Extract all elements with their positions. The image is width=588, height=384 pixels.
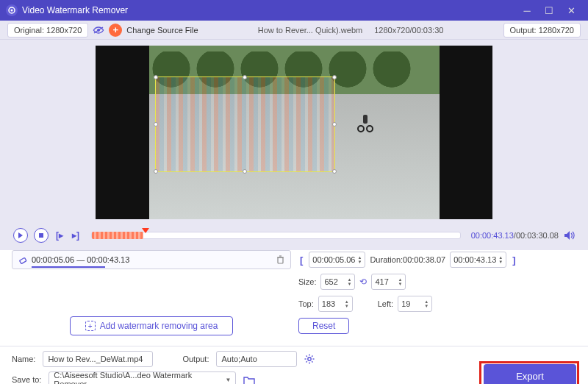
- resize-handle-nw[interactable]: [154, 75, 158, 79]
- save-path-dropdown[interactable]: C:\Aiseesoft Studio\A...deo Watermark Re…: [49, 371, 236, 384]
- width-input[interactable]: 652▲▼: [320, 274, 355, 290]
- svg-marker-4: [18, 232, 23, 238]
- app-logo-icon: [6, 4, 18, 16]
- segments-pane: 00:00:05.06 — 00:00:43.13 + Add watermar…: [12, 250, 291, 340]
- duration-label: Duration:00:00:38.07: [370, 255, 445, 264]
- volume-icon[interactable]: [564, 231, 575, 240]
- timeline-selected-range[interactable]: [92, 232, 143, 239]
- resize-handle-se[interactable]: [332, 169, 337, 174]
- source-meta: 1280x720/00:03:30: [374, 26, 443, 35]
- resize-handle-s[interactable]: [243, 169, 247, 174]
- original-size-badge: Original: 1280x720: [7, 23, 88, 38]
- export-bar: Name: How to Rev..._DeWat.mp4 Output: Au…: [0, 346, 588, 384]
- resize-handle-n[interactable]: [243, 75, 247, 79]
- top-label: Top:: [298, 299, 314, 308]
- video-subject: [357, 112, 373, 132]
- delete-segment-button[interactable]: [276, 255, 284, 264]
- svg-line-16: [306, 356, 307, 357]
- output-name-input[interactable]: How to Rev..._DeWat.mp4: [43, 351, 153, 367]
- resize-handle-w[interactable]: [154, 122, 158, 127]
- stepper-icon[interactable]: ▲▼: [498, 255, 503, 264]
- stepper-icon[interactable]: ▲▼: [345, 299, 349, 308]
- segment-range: 00:00:05.06 — 00:00:43.13: [32, 255, 129, 264]
- svg-point-1: [11, 10, 13, 12]
- source-filename: How to Rever... Quick).webm: [258, 26, 362, 35]
- range-end-bracket-button[interactable]: ]: [511, 255, 517, 266]
- left-input[interactable]: 19▲▼: [398, 296, 432, 312]
- maximize-button[interactable]: ☐: [538, 5, 560, 16]
- top-input[interactable]: 183▲▼: [318, 296, 353, 312]
- size-label: Size:: [298, 277, 316, 286]
- title-bar: Video Watermark Remover ─ ☐ ✕: [0, 0, 588, 21]
- minimize-button[interactable]: ─: [516, 5, 538, 16]
- stepper-icon[interactable]: ▲▼: [398, 277, 402, 286]
- range-start-bracket-button[interactable]: [: [298, 255, 304, 266]
- stop-button[interactable]: [34, 228, 49, 243]
- svg-line-18: [306, 361, 307, 362]
- timeline-slider[interactable]: [91, 232, 461, 239]
- svg-rect-5: [39, 233, 43, 238]
- end-time-input[interactable]: 00:00:43.13▲▼: [450, 252, 506, 268]
- app-title: Video Watermark Remover: [22, 5, 128, 15]
- add-watermark-area-button[interactable]: + Add watermark removing area: [70, 316, 234, 335]
- video-frame[interactable]: [149, 46, 440, 219]
- reset-button[interactable]: Reset: [298, 318, 349, 334]
- start-time-input[interactable]: 00:00:05.06▲▼: [309, 252, 365, 268]
- chevron-down-icon: ▼: [225, 377, 231, 383]
- height-input[interactable]: 417▲▼: [371, 274, 406, 290]
- video-preview[interactable]: [96, 46, 492, 219]
- preview-zone: [0, 40, 588, 225]
- svg-rect-7: [20, 257, 26, 263]
- eraser-icon: [18, 255, 27, 264]
- export-button[interactable]: Export: [484, 364, 576, 384]
- plus-icon: +: [85, 321, 96, 331]
- output-format-input[interactable]: Auto;Auto: [216, 351, 297, 367]
- change-source-icon[interactable]: +: [109, 24, 122, 37]
- link-aspect-icon[interactable]: ⟲: [359, 277, 367, 287]
- svg-line-19: [312, 356, 313, 357]
- time-readout: 00:00:43.13/00:03:30.08: [471, 231, 559, 240]
- change-source-label[interactable]: Change Source File: [126, 26, 198, 35]
- stepper-icon[interactable]: ▲▼: [347, 277, 351, 286]
- resize-handle-sw[interactable]: [154, 169, 158, 174]
- segment-entry[interactable]: 00:00:05.06 — 00:00:43.13: [12, 250, 291, 269]
- info-toolbar: Original: 1280x720 + Change Source File …: [0, 21, 588, 40]
- left-label: Left:: [378, 299, 393, 308]
- stepper-icon[interactable]: ▲▼: [424, 299, 429, 308]
- selection-box[interactable]: [155, 77, 335, 172]
- mark-out-button[interactable]: ▸]: [71, 230, 81, 241]
- timeline-playhead[interactable]: [142, 228, 149, 233]
- open-folder-button[interactable]: [243, 375, 255, 385]
- close-button[interactable]: ✕: [560, 5, 582, 16]
- svg-marker-6: [564, 231, 570, 240]
- output-size-badge: Output: 1280x720: [503, 23, 581, 38]
- playback-controls: [▸ ▸] 00:00:43.13/00:03:30.08: [0, 225, 588, 250]
- output-label: Output:: [182, 355, 209, 363]
- svg-line-17: [312, 361, 313, 362]
- output-settings-button[interactable]: [304, 354, 315, 364]
- resize-handle-ne[interactable]: [332, 75, 337, 79]
- name-label: Name:: [12, 355, 35, 363]
- area-properties-pane: [ 00:00:05.06▲▼ Duration:00:00:38.07 00:…: [298, 250, 576, 340]
- settings-section: 00:00:05.06 — 00:00:43.13 + Add watermar…: [0, 250, 588, 346]
- save-to-label: Save to:: [12, 375, 41, 384]
- preview-toggle-icon[interactable]: [93, 25, 104, 35]
- resize-handle-e[interactable]: [332, 122, 337, 127]
- play-button[interactable]: [13, 228, 28, 243]
- svg-rect-8: [278, 257, 283, 263]
- svg-point-11: [308, 358, 311, 360]
- stepper-icon[interactable]: ▲▼: [357, 255, 362, 264]
- mark-in-button[interactable]: [▸: [54, 230, 65, 241]
